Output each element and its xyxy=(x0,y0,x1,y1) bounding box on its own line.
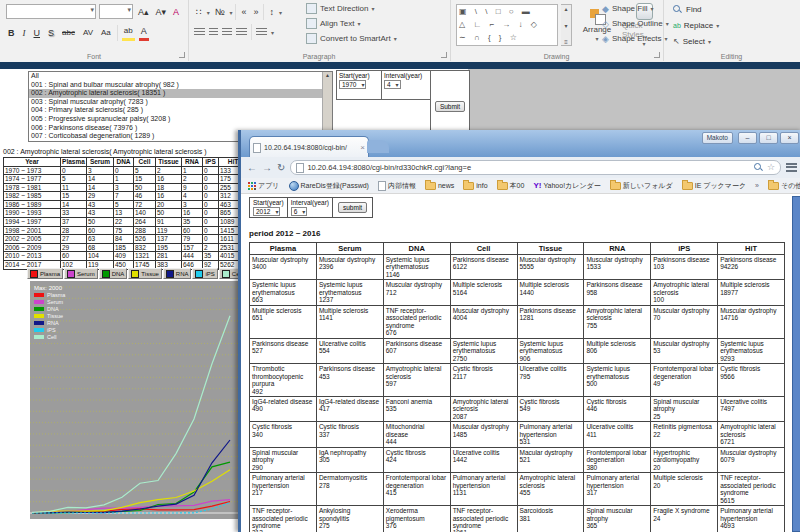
font-color-button[interactable]: A xyxy=(139,24,149,41)
menu-icon[interactable] xyxy=(786,163,797,172)
legend-chip[interactable]: RNA xyxy=(163,268,192,279)
listbox-item[interactable]: 004 : Primary lateral sclerosis( 285 ) xyxy=(29,106,332,115)
listbox-item[interactable]: 002 : Amyotrophic lateral sclerosis( 183… xyxy=(29,89,332,98)
italic-button[interactable]: I xyxy=(21,26,28,40)
reload-button[interactable]: ↻ xyxy=(277,163,285,173)
bullets-button[interactable]: ∷ xyxy=(194,5,204,19)
bookmark-item[interactable]: RareDis登録(Passwd) xyxy=(289,181,369,191)
search-icon[interactable] xyxy=(754,163,764,173)
table-cell: 29 xyxy=(61,243,87,252)
chrome-titlebar[interactable]: 10.20.64.194:8080/cgi-bin/ × Makoto – □ … xyxy=(241,130,800,157)
legend-chip[interactable]: iPS xyxy=(192,268,217,279)
browser-tab[interactable]: 10.20.64.194:8080/cgi-bin/ × xyxy=(249,136,369,158)
align-center-icon[interactable] xyxy=(209,28,218,36)
select-button[interactable]: ↖Select▾ xyxy=(673,35,719,48)
strikethrough-button[interactable]: abc xyxy=(60,26,77,40)
maximize-button[interactable]: □ xyxy=(759,132,778,144)
columns-icon[interactable] xyxy=(256,28,267,36)
bookmark-item[interactable]: 本00 xyxy=(497,181,525,191)
scroll-up-icon[interactable]: ▲ xyxy=(325,72,330,78)
bookmark-item[interactable]: » xyxy=(755,182,759,189)
drawing-dialog-launcher[interactable] xyxy=(654,52,660,58)
convert-to-smartart-button[interactable]: Convert to SmartArt▾ xyxy=(306,32,397,45)
bookmark-item[interactable]: アプリ xyxy=(248,181,280,191)
close-button[interactable]: × xyxy=(780,132,799,144)
bookmark-item[interactable]: news xyxy=(425,181,454,190)
font-dialog-launcher[interactable] xyxy=(179,52,185,58)
minimize-button[interactable]: – xyxy=(738,132,757,144)
align-left-icon[interactable] xyxy=(194,28,205,36)
legend-chip[interactable]: Plasma xyxy=(27,268,63,279)
font-name-combo[interactable]: ▾ xyxy=(6,4,96,19)
align-right-icon[interactable] xyxy=(222,28,232,36)
table-cell: 0 xyxy=(203,226,219,235)
line-spacing-button[interactable]: ↕ xyxy=(267,5,276,19)
decrease-indent-button[interactable]: « xyxy=(239,5,248,19)
grow-font-button[interactable]: A▴ xyxy=(136,5,151,19)
disease-count: 20 xyxy=(653,482,715,489)
vertical-scrollbar[interactable] xyxy=(792,196,800,532)
bookmark-item[interactable]: その他のブックマーク xyxy=(768,181,800,191)
character-spacing-button[interactable]: AV xyxy=(81,26,95,40)
listbox-item[interactable]: 001 : Spinal and bulbar muscular atrophy… xyxy=(29,81,332,90)
bookmark-item[interactable]: IE ブックマーク xyxy=(682,181,746,191)
submit-button[interactable]: Submit xyxy=(435,101,465,112)
bookmark-item[interactable]: 新しいフォルダ xyxy=(610,181,673,191)
disease-count: 14716 xyxy=(720,314,782,321)
shape-outline-button[interactable]: ◇Shape Outline▾ xyxy=(602,17,669,30)
ribbon-group-font: ▾ ▾ A▴ A▾ A B I U S abc AV Aa ab A Font xyxy=(0,0,189,61)
shrink-font-button[interactable]: A▾ xyxy=(154,5,169,19)
user-profile-button[interactable]: Makoto xyxy=(702,132,733,144)
text-shadow-button[interactable]: S xyxy=(46,26,56,40)
paragraph-dialog-launcher[interactable] xyxy=(441,52,447,58)
bold-button[interactable]: B xyxy=(6,26,17,40)
disease-name: IgG4-related disease xyxy=(252,398,314,405)
folder-icon xyxy=(425,182,436,190)
listbox-scrollbar[interactable]: ▲ ▼ xyxy=(322,72,332,139)
increase-indent-button[interactable]: » xyxy=(251,5,260,19)
font-size-combo[interactable]: ▾ xyxy=(99,4,133,19)
back-button[interactable]: ← xyxy=(247,163,257,173)
bookmarks-overflow-icon[interactable]: » xyxy=(755,182,759,189)
submit-button[interactable]: submit xyxy=(338,202,367,213)
bookmark-item[interactable]: info xyxy=(463,181,487,190)
disease-name: TNF receptor-associated periodic syndrom… xyxy=(720,474,782,496)
numbering-button[interactable]: № xyxy=(213,5,227,19)
change-case-button[interactable]: Aa xyxy=(99,26,113,40)
text-direction-button[interactable]: Text Direction▾ xyxy=(306,2,397,15)
shape-fill-button[interactable]: ◆Shape Fill▾ xyxy=(602,2,669,15)
find-button[interactable]: Find xyxy=(673,3,719,16)
legend-chip[interactable]: Serum xyxy=(64,268,98,279)
clear-formatting-button[interactable]: A xyxy=(171,5,181,19)
address-bar[interactable]: 10.20.64.194:8080/cgi-bin/rd330chkR.cgi?… xyxy=(290,160,781,175)
bookmark-star-icon[interactable]: ☆ xyxy=(767,163,775,172)
forward-button[interactable]: → xyxy=(262,163,272,173)
bookmark-item[interactable]: 内部情報 xyxy=(378,181,416,191)
justify-icon[interactable] xyxy=(236,28,247,36)
legend-chip[interactable]: DNA xyxy=(99,268,128,279)
align-text-button[interactable]: Align Text▾ xyxy=(306,17,397,30)
interval-year-select[interactable]: 6 xyxy=(291,207,308,216)
start-year-select[interactable]: 1970 xyxy=(339,80,366,89)
replace-button[interactable]: abReplace▾ xyxy=(673,19,719,32)
shapes-gallery[interactable]: ▣ \ \ □ ○ ▬ △ ∟ ⌐ → ↓ ◇ ∼ ∩ { } ☆ xyxy=(456,4,558,46)
tab-close-icon[interactable]: × xyxy=(360,144,365,152)
legend-chip[interactable]: Tissue xyxy=(128,268,161,279)
result-cell: Multiple sclerosis5164 xyxy=(450,280,517,305)
disease-count: 5164 xyxy=(453,289,515,296)
disease-count: 415 xyxy=(386,489,448,496)
interval-year-select[interactable]: 4 xyxy=(384,80,401,89)
listbox-item[interactable]: 005 : Progressive supranuclear palsy( 32… xyxy=(29,115,332,124)
start-year-select[interactable]: 2012 xyxy=(253,207,280,216)
shapes-gallery-scrollbar[interactable]: ▴▾≡ xyxy=(561,4,572,46)
underline-button[interactable]: U xyxy=(32,26,43,40)
new-tab-button[interactable] xyxy=(367,140,389,153)
listbox-item[interactable]: 003 : Spinal muscular atrophy( 7283 ) xyxy=(29,98,332,107)
highlight-color-button[interactable]: ab xyxy=(122,24,135,41)
bookmark-item[interactable]: Y!Yahoo!カレンダー xyxy=(533,181,600,191)
result-cell: Retinitis pigmentosa22 xyxy=(651,422,718,447)
listbox-item[interactable]: All xyxy=(29,72,332,81)
shape-effects-button[interactable]: ◈Shape Effects▾ xyxy=(602,32,669,45)
disease-count: 1442 xyxy=(453,456,515,463)
table-cell: 20 xyxy=(156,200,182,209)
